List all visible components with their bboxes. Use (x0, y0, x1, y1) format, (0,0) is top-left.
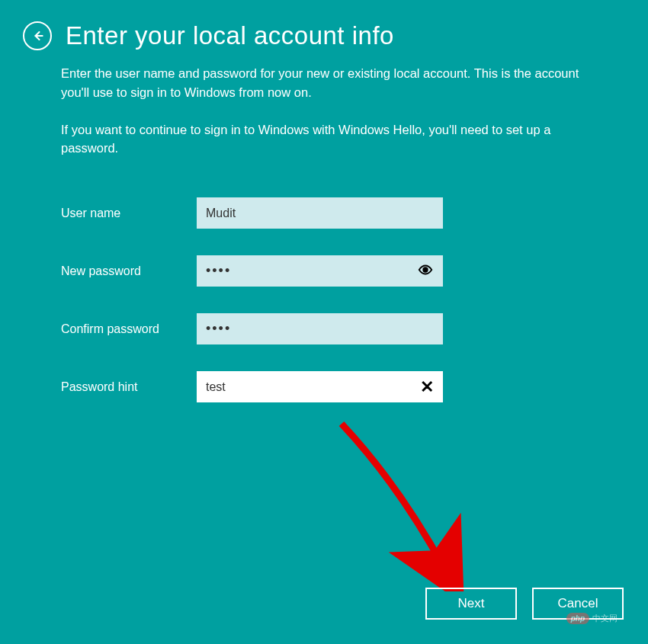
username-input[interactable] (197, 197, 443, 229)
new-password-label: New password (61, 264, 197, 278)
password-hint-input[interactable] (197, 371, 443, 402)
confirm-password-row: Confirm password •••• (61, 313, 587, 344)
new-password-row: New password •••• (61, 255, 587, 287)
confirm-password-input[interactable]: •••• (197, 313, 443, 344)
annotation-arrow (326, 416, 494, 591)
new-password-input[interactable]: •••• (197, 255, 443, 287)
back-button[interactable] (23, 21, 52, 50)
password-hint-label: Password hint (61, 380, 197, 394)
page-title: Enter your local account info (66, 21, 394, 50)
arrow-left-icon (30, 28, 45, 43)
description-text-1: Enter the user name and password for you… (61, 64, 587, 102)
username-label: User name (61, 207, 197, 220)
confirm-password-label: Confirm password (61, 322, 197, 336)
clear-input-icon[interactable]: ✕ (420, 379, 434, 396)
svg-point-0 (424, 268, 428, 271)
username-row: User name (61, 197, 587, 229)
next-button[interactable]: Next (425, 588, 517, 620)
description-text-2: If you want to continue to sign in to Wi… (61, 120, 587, 159)
password-hint-row: Password hint ✕ (61, 371, 587, 402)
cancel-button[interactable]: Cancel (532, 588, 624, 620)
reveal-password-icon[interactable] (417, 261, 434, 281)
